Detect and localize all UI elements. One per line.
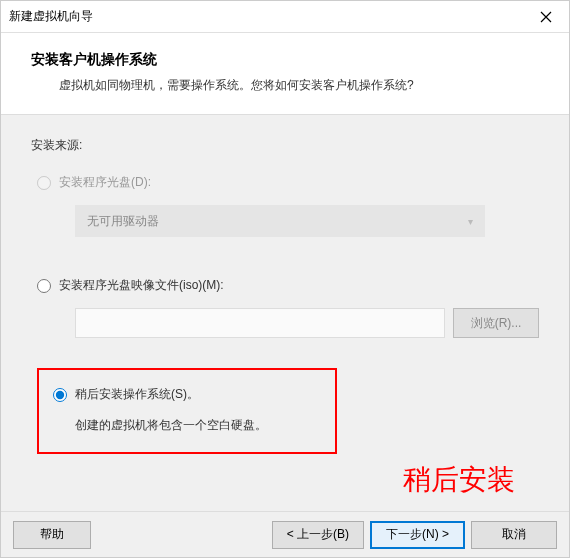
header-title: 安装客户机操作系统: [31, 51, 539, 69]
radio-group: 安装程序光盘(D): 无可用驱动器 ▾ 安装程序光盘映像文件(iso)(M): …: [37, 174, 539, 454]
close-icon: [540, 11, 552, 23]
back-button[interactable]: < 上一步(B): [272, 521, 364, 549]
browse-button[interactable]: 浏览(R)...: [453, 308, 539, 338]
later-description: 创建的虚拟机将包含一个空白硬盘。: [75, 417, 321, 434]
header-description: 虚拟机如同物理机，需要操作系统。您将如何安装客户机操作系统?: [59, 77, 539, 94]
annotation-text: 稍后安装: [403, 461, 515, 499]
chevron-down-icon: ▾: [468, 216, 473, 227]
radio-disc-label: 安装程序光盘(D):: [59, 174, 151, 191]
iso-row: 浏览(R)...: [75, 308, 539, 338]
source-label: 安装来源:: [31, 137, 539, 154]
radio-iso-label: 安装程序光盘映像文件(iso)(M):: [59, 277, 224, 294]
window-title: 新建虚拟机向导: [9, 8, 523, 25]
iso-path-input[interactable]: [75, 308, 445, 338]
header: 安装客户机操作系统 虚拟机如同物理机，需要操作系统。您将如何安装客户机操作系统?: [1, 33, 569, 115]
option-later: 稍后安装操作系统(S)。: [53, 386, 321, 403]
cancel-button[interactable]: 取消: [471, 521, 557, 549]
radio-later-label: 稍后安装操作系统(S)。: [75, 386, 199, 403]
titlebar: 新建虚拟机向导: [1, 1, 569, 33]
content-area: 安装来源: 安装程序光盘(D): 无可用驱动器 ▾ 安装程序光盘映像文件(iso…: [1, 115, 569, 511]
close-button[interactable]: [523, 1, 569, 33]
option-iso: 安装程序光盘映像文件(iso)(M):: [37, 277, 539, 294]
help-button[interactable]: 帮助: [13, 521, 91, 549]
disc-select-value: 无可用驱动器: [87, 213, 159, 230]
footer: 帮助 < 上一步(B) 下一步(N) > 取消: [1, 511, 569, 557]
option-disc: 安装程序光盘(D):: [37, 174, 539, 191]
highlight-box: 稍后安装操作系统(S)。 创建的虚拟机将包含一个空白硬盘。: [37, 368, 337, 454]
next-button[interactable]: 下一步(N) >: [370, 521, 465, 549]
radio-later[interactable]: [53, 388, 67, 402]
wizard-window: 新建虚拟机向导 安装客户机操作系统 虚拟机如同物理机，需要操作系统。您将如何安装…: [0, 0, 570, 558]
radio-iso[interactable]: [37, 279, 51, 293]
disc-select: 无可用驱动器 ▾: [75, 205, 485, 237]
radio-disc[interactable]: [37, 176, 51, 190]
